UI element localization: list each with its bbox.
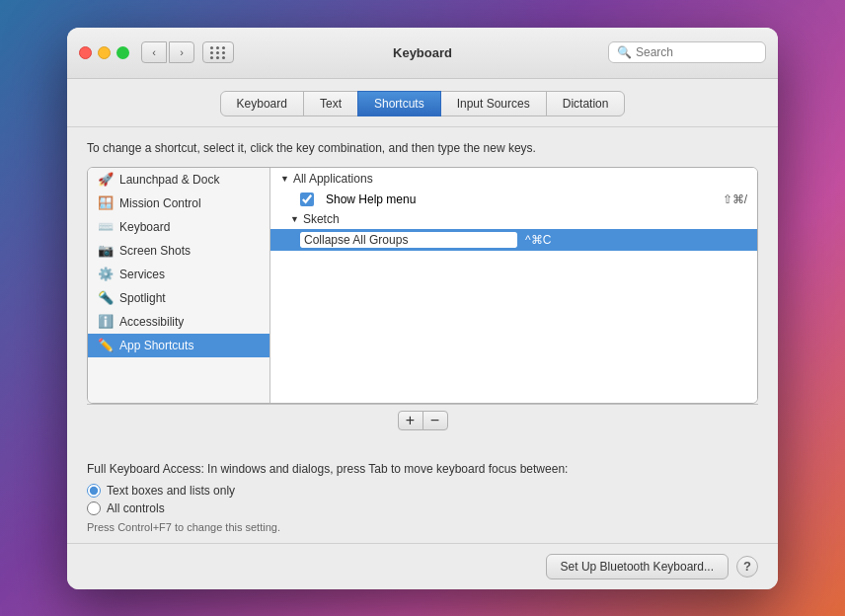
all-applications-label: All Applications <box>293 172 373 186</box>
mission-control-icon: 🪟 <box>98 195 114 211</box>
window-title: Keyboard <box>393 45 452 60</box>
window-footer: Set Up Bluetooth Keyboard... ? <box>67 543 778 589</box>
sidebar-item-label: Launchpad & Dock <box>119 173 219 187</box>
content-area: To change a shortcut, select it, click t… <box>67 127 778 452</box>
show-help-menu-row[interactable]: Show Help menu ⇧⌘/ <box>270 190 757 209</box>
search-input[interactable] <box>636 45 757 59</box>
all-applications-header: ▼ All Applications <box>270 168 757 190</box>
nav-buttons: ‹ › <box>141 41 194 63</box>
minimize-button[interactable] <box>98 46 111 59</box>
accessibility-icon: ℹ️ <box>98 314 114 330</box>
sketch-collapse-triangle[interactable]: ▼ <box>290 214 299 224</box>
keyboard-access-hint: Press Control+F7 to change this setting. <box>87 521 758 533</box>
radio-text-boxes[interactable]: Text boxes and lists only <box>87 484 758 498</box>
tabs-row: Keyboard Text Shortcuts Input Sources Di… <box>67 79 778 127</box>
collapse-all-groups-keys: ^⌘C <box>525 233 551 247</box>
tab-input-sources[interactable]: Input Sources <box>440 91 547 116</box>
search-icon: 🔍 <box>617 45 632 59</box>
radio-all-controls-label: All controls <box>107 501 165 515</box>
show-help-menu-label: Show Help menu <box>326 192 715 206</box>
help-button[interactable]: ? <box>736 556 758 578</box>
collapse-all-groups-row[interactable]: ^⌘C <box>270 229 757 251</box>
screenshot-icon: 📷 <box>98 243 114 259</box>
instruction-text: To change a shortcut, select it, click t… <box>87 141 758 155</box>
services-icon: ⚙️ <box>98 267 114 282</box>
close-button[interactable] <box>79 46 92 59</box>
sidebar-item-label: Keyboard <box>119 220 170 234</box>
add-shortcut-button[interactable]: + <box>398 411 423 430</box>
show-help-menu-checkbox[interactable] <box>300 192 314 206</box>
radio-text-boxes-label: Text boxes and lists only <box>107 484 235 498</box>
titlebar: ‹ › Keyboard 🔍 <box>67 28 778 79</box>
radio-text-boxes-input[interactable] <box>87 484 101 498</box>
sidebar: 🚀 Launchpad & Dock 🪟 Mission Control ⌨️ … <box>88 168 270 403</box>
launchpad-icon: 🚀 <box>98 172 114 188</box>
sidebar-item-services[interactable]: ⚙️ Services <box>88 263 269 286</box>
tab-shortcuts[interactable]: Shortcuts <box>357 91 441 116</box>
grid-button[interactable] <box>202 41 234 63</box>
tab-keyboard[interactable]: Keyboard <box>220 91 304 116</box>
app-shortcuts-icon: ✏️ <box>98 338 114 353</box>
traffic-lights <box>79 46 129 59</box>
sidebar-item-launchpad[interactable]: 🚀 Launchpad & Dock <box>88 168 269 192</box>
sidebar-item-spotlight[interactable]: 🔦 Spotlight <box>88 286 269 310</box>
sidebar-item-keyboard[interactable]: ⌨️ Keyboard <box>88 215 269 239</box>
tab-text[interactable]: Text <box>303 91 358 116</box>
sidebar-item-mission-control[interactable]: 🪟 Mission Control <box>88 192 269 215</box>
sidebar-item-label: Screen Shots <box>119 244 191 258</box>
sketch-header: ▼ Sketch <box>270 209 757 229</box>
forward-button[interactable]: › <box>169 41 194 63</box>
back-button[interactable]: ‹ <box>141 41 167 63</box>
radio-all-controls-input[interactable] <box>87 501 101 515</box>
remove-shortcut-button[interactable]: − <box>422 411 448 430</box>
show-help-menu-keys: ⇧⌘/ <box>723 192 747 206</box>
keyboard-access-section: Full Keyboard Access: In windows and dia… <box>67 452 778 543</box>
spotlight-icon: 🔦 <box>98 290 114 306</box>
sidebar-item-screenshots[interactable]: 📷 Screen Shots <box>88 239 269 263</box>
sidebar-item-label: Mission Control <box>119 196 201 210</box>
collapse-all-groups-input[interactable] <box>300 232 517 248</box>
maximize-button[interactable] <box>116 46 129 59</box>
add-remove-bar: + − <box>87 404 758 436</box>
keyboard-access-title: Full Keyboard Access: In windows and dia… <box>87 462 758 476</box>
bluetooth-keyboard-button[interactable]: Set Up Bluetooth Keyboard... <box>546 554 729 579</box>
sidebar-item-app-shortcuts[interactable]: ✏️ App Shortcuts <box>88 334 269 357</box>
sidebar-item-label: Spotlight <box>119 291 166 305</box>
sketch-label: Sketch <box>303 212 340 226</box>
search-bar[interactable]: 🔍 <box>608 41 766 63</box>
shortcut-panel: ▼ All Applications Show Help menu ⇧⌘/ ▼ … <box>270 168 757 403</box>
collapse-triangle[interactable]: ▼ <box>280 174 289 184</box>
keyboard-icon: ⌨️ <box>98 219 114 235</box>
tab-dictation[interactable]: Dictation <box>546 91 626 116</box>
radio-all-controls[interactable]: All controls <box>87 501 758 515</box>
sidebar-item-label: Accessibility <box>119 315 184 329</box>
sidebar-item-label: Services <box>119 268 165 281</box>
keyboard-preferences-window: ‹ › Keyboard 🔍 Keyboard Text Shortcuts I… <box>67 28 778 589</box>
sidebar-item-label: App Shortcuts <box>119 339 193 352</box>
main-panel: 🚀 Launchpad & Dock 🪟 Mission Control ⌨️ … <box>87 167 758 404</box>
sidebar-item-accessibility[interactable]: ℹ️ Accessibility <box>88 310 269 334</box>
